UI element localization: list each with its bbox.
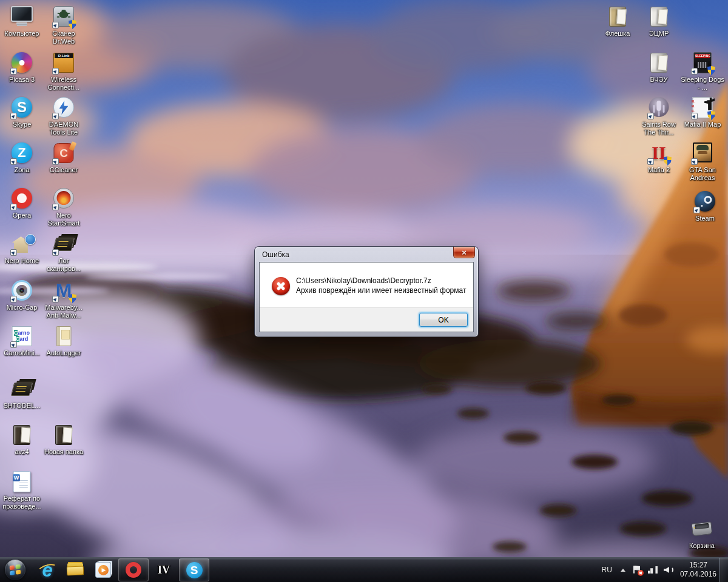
icon-label: Корзина <box>680 542 724 550</box>
vchzu-icon <box>637 51 681 74</box>
referat-glyph: W <box>13 474 20 481</box>
desktop-icon-drweb-scanner[interactable]: Сканер Dr.Web <box>42 5 86 45</box>
shortcut-arrow-overlay <box>10 68 17 75</box>
desktop-icon-autologger[interactable]: AutoLogger <box>42 324 86 357</box>
desktop-icon-saints-row[interactable]: Saints Row The Thir... <box>637 96 681 136</box>
zona-icon: Z <box>0 141 44 164</box>
icon-label: Opera <box>0 212 44 219</box>
icon-label: Steam <box>683 215 727 222</box>
taskbar-button-media-player[interactable]: ▶ <box>90 559 116 581</box>
uac-shield-overlay <box>707 66 715 75</box>
icon-label: Zona <box>0 166 44 174</box>
ecmr-icon <box>637 5 681 28</box>
desktop-icon-nero-home[interactable]: Nero Home <box>0 232 44 265</box>
taskbar: e ▶ IV S RU 15:27 07.04.2016 <box>0 557 728 582</box>
network-signal-icon[interactable] <box>648 566 658 574</box>
saints-row-icon <box>637 96 681 119</box>
taskbar-button-opera[interactable] <box>118 558 149 581</box>
desktop-icon-ecmr[interactable]: ЭЦМР <box>637 5 681 38</box>
taskbar-buttons: e ▶ IV S <box>33 558 211 582</box>
hidden-icons-arrow-icon[interactable] <box>621 566 625 572</box>
icon-label: Флешка <box>596 30 639 38</box>
desktop-icon-avz4[interactable]: avz4 <box>0 423 44 456</box>
action-center-flag-icon[interactable] <box>632 565 642 575</box>
shortcut-arrow-overlay <box>52 68 59 75</box>
show-desktop-button[interactable] <box>720 558 728 582</box>
close-button[interactable]: × <box>453 247 475 258</box>
dlink-wireless-icon: D-Link <box>42 51 86 74</box>
taskbar-button-gta-iv[interactable]: IV <box>151 559 177 581</box>
desktop-icon-ccleaner[interactable]: C CCleaner <box>42 141 86 174</box>
nero-home-icon <box>0 232 44 255</box>
ccleaner-icon: C <box>42 141 86 164</box>
opera-icon <box>0 187 44 210</box>
icon-label: CarnoMini... <box>0 349 44 357</box>
icon-label: Mafia II Map <box>681 121 724 129</box>
desktop-icon-sleeping-dogs[interactable]: SLEEPING Sleeping Dogs - ... <box>681 51 724 92</box>
desktop-icon-dlink-wireless[interactable]: D-Link Wireless Connecti... <box>42 51 86 92</box>
taskbar-button-skype[interactable]: S <box>179 558 209 581</box>
dialog-titlebar[interactable]: Ошибка <box>255 247 478 262</box>
shortcut-arrow-overlay <box>691 68 698 75</box>
dialog-content: C:\Users\Nikolay\Downloads\Decryptor.7z … <box>260 263 473 308</box>
desktop-icon-micro-cap[interactable]: Micro-Cap <box>0 279 44 312</box>
desktop-icon-picasa[interactable]: Picasa 3 <box>0 51 44 84</box>
desktop-icon-shtodel[interactable]: SHTODEL... <box>0 377 44 410</box>
shortcut-arrow-overlay <box>10 341 17 348</box>
language-indicator[interactable]: RU <box>599 564 615 576</box>
icon-label: Лог сканиров... <box>42 257 86 273</box>
desktop-icon-gta-san-andreas[interactable]: GTA San Andreas <box>681 141 724 182</box>
ok-button[interactable]: OK <box>419 313 468 327</box>
desktop-icon-zona[interactable]: Z Zona <box>0 141 44 174</box>
desktop-icon-recycle-bin[interactable]: Корзина <box>680 517 724 550</box>
desktop-icon-scan-log[interactable]: Лог сканиров... <box>42 232 86 273</box>
shortcut-arrow-overlay <box>10 249 17 256</box>
desktop-icon-new-folder[interactable]: Новая папка <box>42 423 86 456</box>
desktop-icon-carnomini[interactable]: CarnoCard CarnoMini... <box>0 324 44 357</box>
desktop-icon-opera[interactable]: Opera <box>0 187 44 219</box>
desktop-icon-skype[interactable]: S Skype <box>0 96 44 129</box>
opera-taskbar-icon <box>124 560 143 580</box>
start-button[interactable] <box>3 558 27 582</box>
desktop-icon-vchzu[interactable]: ВЧЭУ <box>637 51 681 84</box>
desktop-icon-malwarebytes[interactable]: M Malwareby... Anti-Malw... <box>42 279 86 319</box>
windows-orb-icon <box>5 560 25 580</box>
clock[interactable]: 15:27 07.04.2016 <box>680 561 716 579</box>
desktop-icon-referat[interactable]: W Реферат по правоведе... <box>0 470 44 510</box>
desktop-icon-computer[interactable]: Компьютер <box>0 5 44 38</box>
desktop-icon-mafia2-map[interactable]: B.B.C. Mafia II Map <box>681 96 724 129</box>
desktop-icon-nero-startsmart[interactable]: Nero StartSmart <box>42 187 86 227</box>
desktop-icon-mafia2[interactable]: II Mafia 2 <box>637 141 681 174</box>
icon-label: ВЧЭУ <box>637 76 681 84</box>
media-player-taskbar-icon: ▶ <box>93 560 113 580</box>
uac-shield-overlay <box>69 294 76 303</box>
shortcut-arrow-overlay <box>52 249 59 256</box>
desktop-icon-steam[interactable]: Steam <box>683 190 727 222</box>
explorer-taskbar-icon <box>66 560 85 580</box>
desktop-icon-fleshka[interactable]: Флешка <box>596 5 639 38</box>
shortcut-arrow-overlay <box>10 113 17 119</box>
taskbar-button-explorer[interactable] <box>62 559 88 581</box>
skype-glyph: S <box>17 100 27 115</box>
icon-label: Picasa 3 <box>0 76 44 84</box>
dlink-wireless-band: D-Link <box>55 53 73 58</box>
shtodel-icon <box>0 377 44 400</box>
shortcut-arrow-overlay <box>693 207 700 213</box>
icon-label: Saints Row The Thir... <box>637 121 681 136</box>
volume-icon[interactable] <box>664 566 674 574</box>
mafia2-icon: II <box>637 141 681 164</box>
icon-label: Mafia 2 <box>637 166 681 174</box>
icon-label: AutoLogger <box>42 349 86 357</box>
avz4-icon <box>0 423 44 446</box>
gta-iv-taskbar-icon: IV <box>154 560 174 580</box>
shortcut-arrow-overlay <box>647 158 654 165</box>
desktop-icon-daemon-tools[interactable]: DAEMON Tools Lite <box>42 96 86 136</box>
clock-time: 15:27 <box>680 561 716 570</box>
icon-label: Micro-Cap <box>0 304 44 312</box>
steam-icon <box>683 190 727 213</box>
taskbar-button-internet-explorer[interactable]: e <box>35 559 60 581</box>
zona-glyph: Z <box>18 146 25 159</box>
desktop: Компьютер Сканер Dr.Web Picasa 3 D-Link … <box>0 0 728 582</box>
icon-label: Malwareby... Anti-Malw... <box>42 304 86 319</box>
referat-icon: W <box>0 470 44 493</box>
